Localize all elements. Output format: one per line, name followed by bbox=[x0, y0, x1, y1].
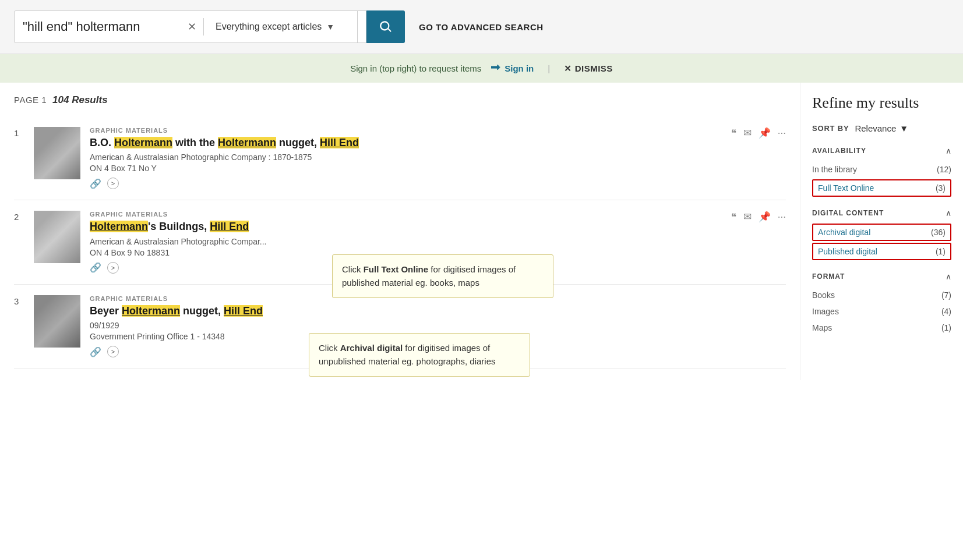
sort-select[interactable]: Relevance ▼ bbox=[855, 123, 908, 133]
sidebar-section-format: FORMAT ∧ Books (7) Images (4) Maps (1) bbox=[812, 272, 951, 336]
sort-label: SORT BY bbox=[812, 124, 849, 133]
thumbnail-image bbox=[34, 211, 80, 263]
result-title[interactable]: Beyer Holtermann nugget, Hill End bbox=[90, 304, 786, 318]
advanced-search-link[interactable]: GO TO ADVANCED SEARCH bbox=[419, 22, 544, 32]
filter-count: (36) bbox=[931, 228, 946, 237]
signin-banner: Sign in (top right) to request items ⮕ S… bbox=[0, 54, 963, 83]
expand-icon[interactable]: > bbox=[107, 346, 119, 357]
signin-link[interactable]: ⮕ Sign in bbox=[491, 62, 534, 75]
quote-icon[interactable]: ❝ bbox=[731, 127, 736, 139]
results-section: PAGE 1 104 Results 1 GRAPHIC MATERIALS B… bbox=[0, 83, 800, 380]
more-icon[interactable]: ··· bbox=[778, 127, 786, 139]
chevron-up-icon[interactable]: ∧ bbox=[946, 272, 951, 281]
result-actions: ❝ ✉ 📌 ··· bbox=[731, 211, 786, 223]
result-thumbnail bbox=[34, 295, 80, 348]
expand-icon[interactable]: > bbox=[107, 178, 119, 189]
more-icon[interactable]: ··· bbox=[778, 211, 786, 223]
filter-label: Images bbox=[812, 307, 839, 316]
filter-count: (1) bbox=[936, 247, 946, 256]
dismiss-button[interactable]: ✕ DISMISS bbox=[564, 63, 613, 74]
signin-icon: ⮕ bbox=[491, 62, 501, 75]
sidebar-title: Refine my results bbox=[812, 94, 951, 112]
filter-label: In the library bbox=[812, 165, 857, 174]
title-text: Holtermann's Buildngs, Hill End bbox=[90, 221, 249, 232]
highlight-span: Hill End bbox=[224, 305, 263, 317]
dismiss-x-icon: ✕ bbox=[564, 63, 572, 74]
banner-divider: | bbox=[548, 63, 550, 73]
page-label: PAGE 1 bbox=[14, 95, 47, 105]
result-type: GRAPHIC MATERIALS bbox=[90, 127, 786, 134]
main-layout: PAGE 1 104 Results 1 GRAPHIC MATERIALS B… bbox=[0, 83, 963, 380]
filter-item-archival-digital[interactable]: Archival digital (36) bbox=[812, 224, 951, 241]
section-header: AVAILABILITY ∧ bbox=[812, 146, 951, 155]
highlight-span: Holtermann bbox=[218, 137, 276, 148]
result-thumbnail bbox=[34, 211, 80, 263]
expand-icon[interactable]: > bbox=[107, 262, 119, 274]
email-icon[interactable]: ✉ bbox=[743, 211, 752, 223]
result-number: 2 bbox=[14, 211, 24, 273]
chevron-up-icon[interactable]: ∧ bbox=[946, 146, 951, 155]
search-icon bbox=[378, 19, 393, 34]
result-ref: ON 4 Box 71 No Y bbox=[90, 164, 786, 173]
search-input[interactable] bbox=[23, 19, 183, 34]
result-title[interactable]: Holtermann's Buildngs, Hill End bbox=[90, 220, 786, 233]
link-icon: 🔗 bbox=[90, 346, 101, 357]
highlight-span: Hill End bbox=[320, 137, 359, 148]
sort-chevron-icon: ▼ bbox=[899, 123, 908, 133]
result-meta: 09/1929 bbox=[90, 321, 786, 330]
filter-count: (12) bbox=[937, 165, 951, 174]
result-meta: American & Australasian Photographic Com… bbox=[90, 153, 786, 162]
signin-label: Sign in bbox=[505, 63, 534, 73]
pin-icon[interactable]: 📌 bbox=[759, 127, 771, 139]
search-input-wrap: ✕ Everything except articles ▼ bbox=[14, 10, 366, 43]
sidebar-section-digital-content: DIGITAL CONTENT ∧ Archival digital (36) … bbox=[812, 208, 951, 260]
result-content: GRAPHIC MATERIALS B.O. Holtermann with t… bbox=[90, 127, 786, 189]
quote-icon[interactable]: ❝ bbox=[731, 211, 736, 223]
filter-item-published-digital[interactable]: Published digital (1) bbox=[812, 243, 951, 260]
sidebar-section-availability: AVAILABILITY ∧ In the library (12) Full … bbox=[812, 146, 951, 197]
title-text: Beyer Holtermann nugget, Hill End bbox=[90, 305, 263, 317]
filter-item-in-library[interactable]: In the library (12) bbox=[812, 161, 951, 178]
banner-message: Sign in (top right) to request items bbox=[350, 63, 481, 73]
tooltip-full-text-online: Click Full Text Online for digitised ima… bbox=[332, 254, 553, 298]
filter-item-books[interactable]: Books (7) bbox=[812, 287, 951, 303]
result-actions: ❝ ✉ 📌 ··· bbox=[731, 127, 786, 139]
highlight-span: Holtermann bbox=[114, 137, 172, 148]
tooltip-archival-digital: Click Archival digital for digitised ima… bbox=[309, 333, 530, 377]
search-button[interactable] bbox=[366, 10, 405, 43]
dismiss-label: DISMISS bbox=[575, 63, 613, 73]
filter-item-full-text-online[interactable]: Full Text Online (3) bbox=[812, 179, 951, 197]
highlight-span: Holtermann bbox=[90, 221, 148, 232]
result-footer: 🔗 > bbox=[90, 178, 786, 189]
chevron-up-icon[interactable]: ∧ bbox=[946, 208, 951, 218]
filter-count: (7) bbox=[941, 290, 951, 300]
filter-item-images[interactable]: Images (4) bbox=[812, 303, 951, 320]
result-item: 1 GRAPHIC MATERIALS B.O. Holtermann with… bbox=[14, 116, 786, 200]
section-header: DIGITAL CONTENT ∧ bbox=[812, 208, 951, 218]
filter-label: Published digital bbox=[818, 247, 877, 256]
clear-icon[interactable]: ✕ bbox=[183, 20, 201, 33]
title-text: B.O. Holtermann with the Holtermann nugg… bbox=[90, 137, 359, 148]
category-dropdown[interactable]: Everything except articles ▼ bbox=[206, 10, 358, 43]
link-icon: 🔗 bbox=[90, 178, 101, 189]
results-header: PAGE 1 104 Results bbox=[14, 94, 786, 106]
pin-icon[interactable]: 📌 bbox=[759, 211, 771, 223]
chevron-down-icon: ▼ bbox=[326, 22, 334, 31]
sidebar: Refine my results SORT BY Relevance ▼ AV… bbox=[800, 83, 963, 380]
result-type: GRAPHIC MATERIALS bbox=[90, 211, 786, 218]
filter-item-maps[interactable]: Maps (1) bbox=[812, 320, 951, 336]
search-bar: ✕ Everything except articles ▼ GO TO ADV… bbox=[0, 0, 963, 54]
result-number: 3 bbox=[14, 295, 24, 357]
result-title[interactable]: B.O. Holtermann with the Holtermann nugg… bbox=[90, 136, 786, 150]
results-count: 104 Results bbox=[52, 94, 108, 106]
thumbnail-image bbox=[34, 127, 80, 179]
email-icon[interactable]: ✉ bbox=[743, 127, 752, 139]
filter-count: (4) bbox=[941, 307, 951, 316]
highlight-span: Holtermann bbox=[122, 305, 180, 317]
section-title: FORMAT bbox=[812, 272, 845, 281]
sort-row: SORT BY Relevance ▼ bbox=[812, 123, 951, 133]
sort-value: Relevance bbox=[855, 123, 896, 133]
section-title: DIGITAL CONTENT bbox=[812, 209, 884, 217]
result-thumbnail bbox=[34, 127, 80, 179]
section-title: AVAILABILITY bbox=[812, 147, 866, 155]
